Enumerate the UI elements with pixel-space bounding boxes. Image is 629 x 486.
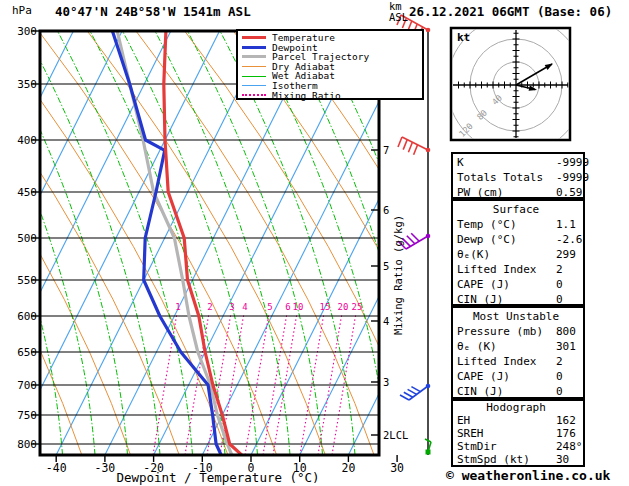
- row-value: 2: [556, 262, 563, 277]
- row-value: -9999: [556, 155, 589, 170]
- x-axis-label: Dewpoint / Temperature (°C): [108, 470, 328, 485]
- svg-text:6: 6: [285, 302, 290, 312]
- table-row: CIN (J)0: [457, 384, 583, 399]
- table-header: Surface: [457, 202, 583, 217]
- legend-item: Wet Adiabat: [242, 71, 422, 81]
- dewpoint-curve: [112, 31, 221, 455]
- table-header: Most Unstable: [457, 309, 583, 324]
- hodograph: 4080120kt: [447, 16, 585, 154]
- table-row: CIN (J)0: [457, 292, 583, 307]
- svg-text:15: 15: [320, 302, 331, 312]
- station-title: 40°47'N 24B°58'W 1541m ASL: [55, 4, 251, 19]
- svg-text:kt: kt: [457, 31, 470, 44]
- svg-text:6: 6: [383, 204, 389, 216]
- table-row: θₑ (K)301: [457, 339, 583, 354]
- mixing-ratio-lines: 12345610152025: [153, 302, 362, 455]
- svg-text:25: 25: [352, 302, 363, 312]
- table-row: Dewp (°C)-2.6: [457, 232, 583, 247]
- svg-text:7: 7: [383, 144, 389, 156]
- row-label: CAPE (J): [457, 278, 510, 291]
- svg-text:5: 5: [267, 302, 272, 312]
- legend-swatch: [242, 94, 266, 96]
- legend-label: Mixing Ratio: [272, 91, 341, 101]
- svg-text:-40: -40: [46, 461, 67, 475]
- row-value: 301: [556, 339, 576, 354]
- svg-text:350: 350: [17, 78, 37, 91]
- row-label: Dewp (°C): [457, 233, 517, 246]
- row-label: Lifted Index: [457, 355, 536, 368]
- footer-credit: © weatheronline.co.uk: [446, 468, 610, 483]
- table-row: Lifted Index2: [457, 354, 583, 369]
- svg-text:750: 750: [17, 409, 37, 422]
- table-row: Totals Totals-9999: [457, 170, 583, 185]
- svg-text:650: 650: [17, 346, 37, 359]
- row-label: θₑ (K): [457, 340, 497, 353]
- skewt-sounding-page: { "header": { "pressure_unit": "hPa", "s…: [0, 0, 629, 486]
- asl-label: ASL: [389, 11, 408, 23]
- table-row: Pressure (mb)800: [457, 324, 583, 339]
- svg-text:30: 30: [390, 461, 404, 475]
- table-row: Lifted Index2: [457, 262, 583, 277]
- legend-swatch: [242, 85, 266, 86]
- svg-text:400: 400: [17, 134, 37, 147]
- table-row: PW (cm)0.59: [457, 185, 583, 200]
- row-label: Temp (°C): [457, 218, 517, 231]
- legend-swatch: [242, 46, 266, 49]
- legend-item: Temperature: [242, 33, 422, 43]
- table-row: StmSpd (kt)30: [457, 454, 583, 467]
- row-value: 0: [556, 292, 563, 307]
- row-value: 176: [556, 428, 576, 441]
- datetime-title: 26.12.2021 06GMT (Base: 06): [409, 4, 612, 19]
- row-value: 0: [556, 277, 563, 292]
- row-label: SREH: [457, 427, 484, 440]
- svg-text:600: 600: [17, 310, 37, 323]
- row-label: StmDir: [457, 440, 497, 453]
- wind-barb: [398, 137, 430, 155]
- row-value: 248°: [556, 441, 583, 454]
- row-value: 0: [556, 384, 563, 399]
- row-label: K: [457, 156, 464, 169]
- svg-text:700: 700: [17, 379, 37, 392]
- pressure-axis: 300350400450500550600650700750800: [17, 25, 39, 451]
- legend-swatch: [242, 76, 266, 77]
- row-value: 299: [556, 247, 576, 262]
- row-value: 30: [556, 454, 569, 467]
- hodograph-table: HodographEH162SREH176StmDir248°StmSpd (k…: [451, 399, 585, 467]
- pressure-unit-label: hPa: [12, 4, 32, 17]
- table-row: K-9999: [457, 155, 583, 170]
- row-value: -2.6: [556, 232, 583, 247]
- row-value: 800: [556, 324, 576, 339]
- svg-text:20: 20: [341, 461, 355, 475]
- table-row: CAPE (J)0: [457, 369, 583, 384]
- row-label: Lifted Index: [457, 263, 536, 276]
- mixing-ratio-axis-label: Mixing Ratio (g/kg): [392, 195, 404, 355]
- legend: TemperatureDewpointParcel TrajectoryDry …: [236, 29, 424, 100]
- row-label: CIN (J): [457, 385, 503, 398]
- row-label: EH: [457, 414, 470, 427]
- svg-text:1: 1: [175, 302, 180, 312]
- most-unstable-table: Most UnstablePressure (mb)800θₑ (K)301Li…: [451, 306, 585, 399]
- row-label: CIN (J): [457, 293, 503, 306]
- svg-text:500: 500: [17, 232, 37, 245]
- svg-text:300: 300: [17, 25, 37, 38]
- surface-table: SurfaceTemp (°C)1.1Dewp (°C)-2.6θₑ(K)299…: [451, 199, 585, 306]
- row-label: PW (cm): [457, 186, 503, 199]
- altitude-axis-unit: kmASL: [389, 1, 408, 23]
- svg-text:4: 4: [383, 315, 389, 327]
- legend-item: Mixing Ratio: [242, 91, 422, 101]
- svg-text:2LCL: 2LCL: [383, 429, 408, 441]
- table-row: CAPE (J)0: [457, 277, 583, 292]
- svg-text:3: 3: [383, 376, 389, 388]
- table-row: Temp (°C)1.1: [457, 217, 583, 232]
- table-header: Hodograph: [457, 402, 583, 415]
- svg-text:800: 800: [17, 438, 37, 451]
- svg-text:2: 2: [207, 302, 212, 312]
- indices-table: K-9999Totals Totals-9999PW (cm)0.59: [451, 152, 585, 199]
- row-value: 0: [556, 369, 563, 384]
- svg-text:550: 550: [17, 274, 37, 287]
- row-label: StmSpd (kt): [457, 453, 530, 466]
- svg-text:4: 4: [242, 302, 247, 312]
- row-label: CAPE (J): [457, 370, 510, 383]
- row-value: -9999: [556, 170, 589, 185]
- row-value: 1.1: [556, 217, 576, 232]
